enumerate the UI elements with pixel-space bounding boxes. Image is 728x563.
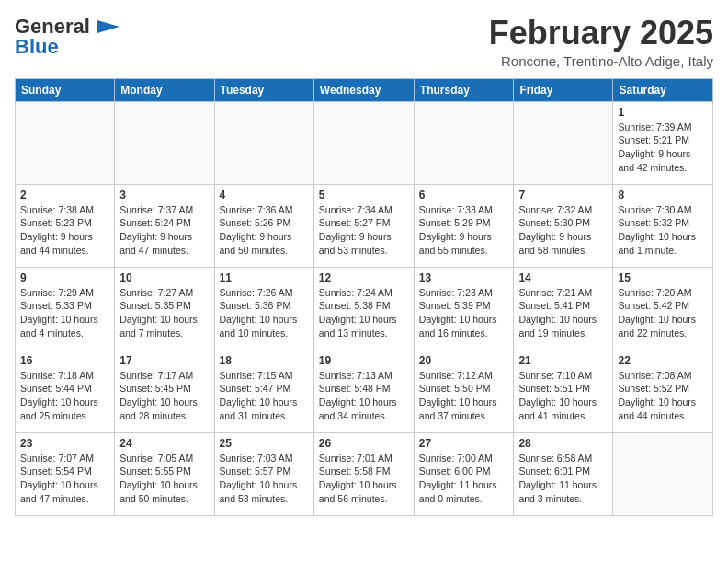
calendar-week-3: 9Sunrise: 7:29 AMSunset: 5:33 PMDaylight… — [16, 267, 713, 350]
calendar-cell: 8Sunrise: 7:30 AMSunset: 5:32 PMDaylight… — [613, 184, 713, 267]
calendar-cell: 12Sunrise: 7:24 AMSunset: 5:38 PMDayligh… — [313, 267, 414, 350]
calendar-cell: 2Sunrise: 7:38 AMSunset: 5:23 PMDaylight… — [16, 184, 115, 267]
calendar-cell: 13Sunrise: 7:23 AMSunset: 5:39 PMDayligh… — [414, 267, 514, 350]
header: General Blue February 2025 Roncone, Tren… — [15, 15, 713, 69]
calendar-cell: 20Sunrise: 7:12 AMSunset: 5:50 PMDayligh… — [414, 350, 514, 432]
day-number: 5 — [319, 189, 409, 201]
weekday-header-tuesday: Tuesday — [214, 78, 313, 101]
calendar-cell: 27Sunrise: 7:00 AMSunset: 6:00 PMDayligh… — [414, 432, 514, 515]
calendar-body: 1Sunrise: 7:39 AMSunset: 5:21 PMDaylight… — [16, 101, 713, 515]
calendar-cell — [16, 101, 115, 184]
weekday-header-row: SundayMondayTuesdayWednesdayThursdayFrid… — [16, 78, 713, 101]
svg-marker-0 — [97, 20, 119, 33]
calendar-week-1: 1Sunrise: 7:39 AMSunset: 5:21 PMDaylight… — [16, 101, 713, 184]
day-info: Sunrise: 7:24 AMSunset: 5:38 PMDaylight:… — [319, 286, 409, 340]
day-number: 11 — [220, 271, 309, 284]
day-info: Sunrise: 7:37 AMSunset: 5:24 PMDaylight:… — [119, 203, 209, 258]
weekday-header-friday: Friday — [514, 78, 613, 101]
day-number: 4 — [220, 189, 309, 201]
day-info: Sunrise: 7:39 AMSunset: 5:21 PMDaylight:… — [618, 121, 708, 175]
weekday-header-monday: Monday — [115, 78, 214, 101]
day-info: Sunrise: 7:17 AMSunset: 5:45 PMDaylight:… — [119, 369, 209, 423]
day-info: Sunrise: 7:34 AMSunset: 5:27 PMDaylight:… — [319, 203, 409, 258]
day-number: 16 — [20, 354, 109, 367]
day-number: 1 — [618, 106, 708, 119]
calendar-cell: 9Sunrise: 7:29 AMSunset: 5:33 PMDaylight… — [16, 267, 115, 350]
calendar-cell: 17Sunrise: 7:17 AMSunset: 5:45 PMDayligh… — [115, 350, 214, 432]
weekday-header-thursday: Thursday — [414, 78, 514, 101]
day-info: Sunrise: 7:08 AMSunset: 5:52 PMDaylight:… — [618, 369, 708, 423]
calendar-cell: 6Sunrise: 7:33 AMSunset: 5:29 PMDaylight… — [414, 184, 514, 267]
day-info: Sunrise: 7:38 AMSunset: 5:23 PMDaylight:… — [20, 203, 109, 258]
page: General Blue February 2025 Roncone, Tren… — [0, 0, 728, 531]
calendar-cell: 1Sunrise: 7:39 AMSunset: 5:21 PMDaylight… — [613, 101, 713, 184]
day-number: 28 — [518, 437, 608, 450]
day-info: Sunrise: 7:36 AMSunset: 5:26 PMDaylight:… — [220, 203, 309, 258]
calendar-week-5: 23Sunrise: 7:07 AMSunset: 5:54 PMDayligh… — [16, 432, 713, 515]
day-info: Sunrise: 7:07 AMSunset: 5:54 PMDaylight:… — [20, 452, 109, 506]
logo-blue: Blue — [15, 35, 59, 59]
day-number: 2 — [20, 189, 109, 201]
day-number: 26 — [319, 437, 409, 450]
day-number: 17 — [119, 354, 209, 367]
day-number: 15 — [618, 271, 708, 284]
calendar-cell: 26Sunrise: 7:01 AMSunset: 5:58 PMDayligh… — [313, 432, 414, 515]
day-number: 13 — [419, 271, 509, 284]
calendar-cell — [313, 101, 414, 184]
calendar-cell — [514, 101, 613, 184]
calendar-cell: 14Sunrise: 7:21 AMSunset: 5:41 PMDayligh… — [514, 267, 613, 350]
day-number: 18 — [220, 354, 309, 367]
calendar-cell: 5Sunrise: 7:34 AMSunset: 5:27 PMDaylight… — [313, 184, 414, 267]
day-info: Sunrise: 7:20 AMSunset: 5:42 PMDaylight:… — [618, 286, 708, 340]
calendar-cell: 24Sunrise: 7:05 AMSunset: 5:55 PMDayligh… — [115, 432, 214, 515]
day-number: 19 — [319, 354, 409, 367]
day-number: 3 — [119, 189, 209, 201]
calendar-cell — [414, 101, 514, 184]
calendar-cell: 11Sunrise: 7:26 AMSunset: 5:36 PMDayligh… — [214, 267, 313, 350]
day-info: Sunrise: 6:58 AMSunset: 6:01 PMDaylight:… — [518, 452, 608, 506]
weekday-header-sunday: Sunday — [16, 78, 115, 101]
day-info: Sunrise: 7:21 AMSunset: 5:41 PMDaylight:… — [518, 286, 608, 340]
day-number: 21 — [518, 354, 608, 367]
calendar-week-2: 2Sunrise: 7:38 AMSunset: 5:23 PMDaylight… — [16, 184, 713, 267]
calendar-week-4: 16Sunrise: 7:18 AMSunset: 5:44 PMDayligh… — [16, 350, 713, 432]
day-number: 6 — [419, 189, 509, 201]
calendar-cell: 19Sunrise: 7:13 AMSunset: 5:48 PMDayligh… — [313, 350, 414, 432]
day-info: Sunrise: 7:23 AMSunset: 5:39 PMDaylight:… — [419, 286, 509, 340]
day-info: Sunrise: 7:03 AMSunset: 5:57 PMDaylight:… — [220, 452, 309, 506]
day-number: 9 — [20, 271, 109, 284]
calendar-cell: 21Sunrise: 7:10 AMSunset: 5:51 PMDayligh… — [514, 350, 613, 432]
calendar-cell: 28Sunrise: 6:58 AMSunset: 6:01 PMDayligh… — [514, 432, 613, 515]
day-info: Sunrise: 7:10 AMSunset: 5:51 PMDaylight:… — [518, 369, 608, 423]
day-info: Sunrise: 7:18 AMSunset: 5:44 PMDaylight:… — [20, 369, 109, 423]
weekday-header-saturday: Saturday — [613, 78, 713, 101]
calendar-cell: 7Sunrise: 7:32 AMSunset: 5:30 PMDaylight… — [514, 184, 613, 267]
day-number: 20 — [419, 354, 509, 367]
day-number: 23 — [20, 437, 109, 450]
logo-arrow-icon — [94, 17, 119, 37]
location: Roncone, Trentino-Alto Adige, Italy — [489, 53, 713, 69]
calendar-cell: 3Sunrise: 7:37 AMSunset: 5:24 PMDaylight… — [115, 184, 214, 267]
day-number: 14 — [518, 271, 608, 284]
day-number: 10 — [119, 271, 209, 284]
calendar-cell: 18Sunrise: 7:15 AMSunset: 5:47 PMDayligh… — [214, 350, 313, 432]
day-number: 24 — [119, 437, 209, 450]
day-number: 22 — [618, 354, 708, 367]
day-number: 8 — [618, 189, 708, 201]
day-info: Sunrise: 7:33 AMSunset: 5:29 PMDaylight:… — [419, 203, 509, 258]
day-number: 25 — [220, 437, 309, 450]
calendar-cell: 10Sunrise: 7:27 AMSunset: 5:35 PMDayligh… — [115, 267, 214, 350]
calendar-cell — [613, 432, 713, 515]
day-info: Sunrise: 7:12 AMSunset: 5:50 PMDaylight:… — [419, 369, 509, 423]
day-number: 27 — [419, 437, 509, 450]
weekday-header-wednesday: Wednesday — [313, 78, 414, 101]
day-info: Sunrise: 7:27 AMSunset: 5:35 PMDaylight:… — [119, 286, 209, 340]
day-info: Sunrise: 7:32 AMSunset: 5:30 PMDaylight:… — [518, 203, 608, 258]
day-info: Sunrise: 7:00 AMSunset: 6:00 PMDaylight:… — [419, 452, 509, 506]
day-info: Sunrise: 7:05 AMSunset: 5:55 PMDaylight:… — [119, 452, 209, 506]
calendar-cell: 23Sunrise: 7:07 AMSunset: 5:54 PMDayligh… — [16, 432, 115, 515]
day-info: Sunrise: 7:26 AMSunset: 5:36 PMDaylight:… — [220, 286, 309, 340]
calendar-cell — [115, 101, 214, 184]
day-info: Sunrise: 7:01 AMSunset: 5:58 PMDaylight:… — [319, 452, 409, 506]
month-title: February 2025 — [489, 15, 713, 52]
